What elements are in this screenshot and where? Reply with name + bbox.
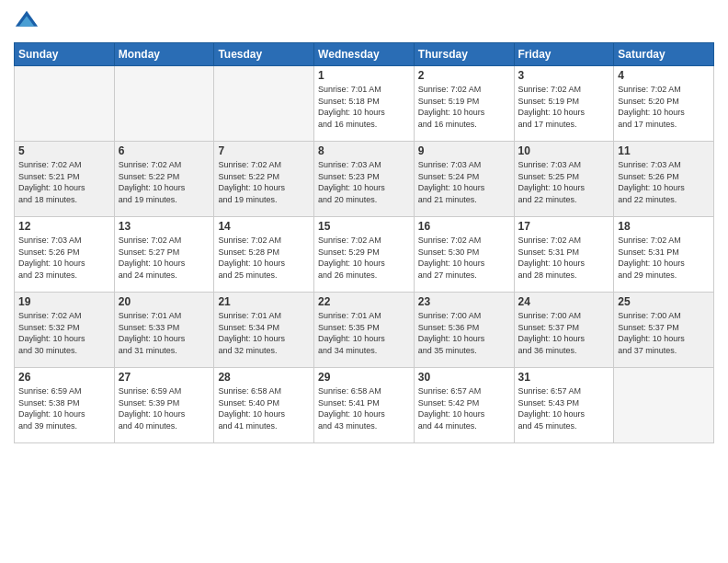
calendar-cell: 22Sunrise: 7:01 AM Sunset: 5:35 PM Dayli… <box>314 293 415 368</box>
day-number: 2 <box>418 69 510 82</box>
day-number: 31 <box>518 371 610 384</box>
day-info: Sunrise: 7:03 AM Sunset: 5:26 PM Dayligh… <box>18 235 110 281</box>
calendar-cell: 13Sunrise: 7:02 AM Sunset: 5:27 PM Dayli… <box>114 217 214 293</box>
day-info: Sunrise: 7:03 AM Sunset: 5:26 PM Dayligh… <box>618 159 710 205</box>
day-info: Sunrise: 7:02 AM Sunset: 5:31 PM Dayligh… <box>518 235 610 281</box>
day-info: Sunrise: 7:02 AM Sunset: 5:22 PM Dayligh… <box>119 159 210 205</box>
day-number: 19 <box>18 295 110 308</box>
day-info: Sunrise: 7:02 AM Sunset: 5:19 PM Dayligh… <box>518 84 610 130</box>
calendar-cell: 26Sunrise: 6:59 AM Sunset: 5:38 PM Dayli… <box>15 368 115 443</box>
weekday-header-friday: Friday <box>514 43 614 66</box>
calendar-cell: 4Sunrise: 7:02 AM Sunset: 5:20 PM Daylig… <box>614 66 714 142</box>
weekday-header-sunday: Sunday <box>15 43 115 66</box>
day-number: 1 <box>318 69 410 82</box>
calendar-cell: 23Sunrise: 7:00 AM Sunset: 5:36 PM Dayli… <box>414 293 514 368</box>
day-info: Sunrise: 7:02 AM Sunset: 5:19 PM Dayligh… <box>418 84 510 130</box>
day-info: Sunrise: 7:02 AM Sunset: 5:20 PM Dayligh… <box>618 84 710 130</box>
weekday-header-saturday: Saturday <box>614 43 714 66</box>
day-info: Sunrise: 7:00 AM Sunset: 5:37 PM Dayligh… <box>518 310 610 356</box>
day-number: 16 <box>418 220 510 233</box>
calendar-week-2: 5Sunrise: 7:02 AM Sunset: 5:21 PM Daylig… <box>15 142 714 217</box>
calendar-cell <box>114 66 214 142</box>
calendar-week-1: 1Sunrise: 7:01 AM Sunset: 5:18 PM Daylig… <box>15 66 714 142</box>
weekday-header-monday: Monday <box>114 43 214 66</box>
calendar-cell <box>214 66 314 142</box>
calendar-cell <box>614 368 714 443</box>
calendar-cell: 5Sunrise: 7:02 AM Sunset: 5:21 PM Daylig… <box>15 142 115 217</box>
day-number: 21 <box>218 295 310 308</box>
logo <box>14 9 43 35</box>
calendar-week-5: 26Sunrise: 6:59 AM Sunset: 5:38 PM Dayli… <box>15 368 714 443</box>
day-info: Sunrise: 7:02 AM Sunset: 5:22 PM Dayligh… <box>218 159 310 205</box>
calendar-cell: 15Sunrise: 7:02 AM Sunset: 5:29 PM Dayli… <box>314 217 415 293</box>
calendar-page: SundayMondayTuesdayWednesdayThursdayFrid… <box>0 0 728 563</box>
day-info: Sunrise: 6:58 AM Sunset: 5:40 PM Dayligh… <box>218 385 310 431</box>
day-info: Sunrise: 7:00 AM Sunset: 5:36 PM Dayligh… <box>418 310 510 356</box>
calendar-cell: 2Sunrise: 7:02 AM Sunset: 5:19 PM Daylig… <box>414 66 514 142</box>
calendar-cell: 10Sunrise: 7:03 AM Sunset: 5:25 PM Dayli… <box>514 142 614 217</box>
day-number: 13 <box>119 220 210 233</box>
day-number: 22 <box>318 295 410 308</box>
calendar-week-4: 19Sunrise: 7:02 AM Sunset: 5:32 PM Dayli… <box>15 293 714 368</box>
calendar-cell: 27Sunrise: 6:59 AM Sunset: 5:39 PM Dayli… <box>114 368 214 443</box>
day-info: Sunrise: 6:57 AM Sunset: 5:42 PM Dayligh… <box>418 385 510 431</box>
day-number: 17 <box>518 220 610 233</box>
calendar-cell <box>15 66 115 142</box>
calendar-cell: 25Sunrise: 7:00 AM Sunset: 5:37 PM Dayli… <box>614 293 714 368</box>
day-info: Sunrise: 7:02 AM Sunset: 5:30 PM Dayligh… <box>418 235 510 281</box>
day-info: Sunrise: 7:02 AM Sunset: 5:29 PM Dayligh… <box>318 235 410 281</box>
day-number: 10 <box>518 144 610 157</box>
day-info: Sunrise: 7:02 AM Sunset: 5:32 PM Dayligh… <box>18 310 110 356</box>
day-number: 5 <box>18 144 110 157</box>
day-number: 29 <box>318 371 410 384</box>
day-info: Sunrise: 7:03 AM Sunset: 5:23 PM Dayligh… <box>318 159 410 205</box>
day-number: 20 <box>119 295 210 308</box>
calendar-cell: 7Sunrise: 7:02 AM Sunset: 5:22 PM Daylig… <box>214 142 314 217</box>
calendar-cell: 8Sunrise: 7:03 AM Sunset: 5:23 PM Daylig… <box>314 142 415 217</box>
logo-icon <box>14 9 40 35</box>
day-info: Sunrise: 7:01 AM Sunset: 5:34 PM Dayligh… <box>218 310 310 356</box>
calendar-cell: 19Sunrise: 7:02 AM Sunset: 5:32 PM Dayli… <box>15 293 115 368</box>
day-number: 25 <box>618 295 710 308</box>
calendar-cell: 20Sunrise: 7:01 AM Sunset: 5:33 PM Dayli… <box>114 293 214 368</box>
day-number: 15 <box>318 220 410 233</box>
calendar-cell: 6Sunrise: 7:02 AM Sunset: 5:22 PM Daylig… <box>114 142 214 217</box>
day-number: 12 <box>18 220 110 233</box>
calendar-cell: 12Sunrise: 7:03 AM Sunset: 5:26 PM Dayli… <box>15 217 115 293</box>
day-number: 8 <box>318 144 410 157</box>
day-number: 14 <box>218 220 310 233</box>
calendar-cell: 31Sunrise: 6:57 AM Sunset: 5:43 PM Dayli… <box>514 368 614 443</box>
day-info: Sunrise: 6:59 AM Sunset: 5:39 PM Dayligh… <box>119 385 210 431</box>
calendar-cell: 9Sunrise: 7:03 AM Sunset: 5:24 PM Daylig… <box>414 142 514 217</box>
calendar-cell: 14Sunrise: 7:02 AM Sunset: 5:28 PM Dayli… <box>214 217 314 293</box>
day-info: Sunrise: 7:01 AM Sunset: 5:18 PM Dayligh… <box>318 84 410 130</box>
calendar-cell: 3Sunrise: 7:02 AM Sunset: 5:19 PM Daylig… <box>514 66 614 142</box>
day-number: 18 <box>618 220 710 233</box>
day-number: 28 <box>218 371 310 384</box>
weekday-header-row: SundayMondayTuesdayWednesdayThursdayFrid… <box>15 43 714 66</box>
day-info: Sunrise: 6:57 AM Sunset: 5:43 PM Dayligh… <box>518 385 610 431</box>
day-info: Sunrise: 7:03 AM Sunset: 5:24 PM Dayligh… <box>418 159 510 205</box>
day-info: Sunrise: 7:03 AM Sunset: 5:25 PM Dayligh… <box>518 159 610 205</box>
day-info: Sunrise: 7:02 AM Sunset: 5:27 PM Dayligh… <box>119 235 210 281</box>
header <box>14 9 714 35</box>
calendar-cell: 29Sunrise: 6:58 AM Sunset: 5:41 PM Dayli… <box>314 368 415 443</box>
calendar-cell: 11Sunrise: 7:03 AM Sunset: 5:26 PM Dayli… <box>614 142 714 217</box>
day-info: Sunrise: 7:02 AM Sunset: 5:31 PM Dayligh… <box>618 235 710 281</box>
day-info: Sunrise: 6:59 AM Sunset: 5:38 PM Dayligh… <box>18 385 110 431</box>
day-number: 7 <box>218 144 310 157</box>
calendar-cell: 28Sunrise: 6:58 AM Sunset: 5:40 PM Dayli… <box>214 368 314 443</box>
day-number: 6 <box>119 144 210 157</box>
day-info: Sunrise: 7:02 AM Sunset: 5:28 PM Dayligh… <box>218 235 310 281</box>
day-number: 11 <box>618 144 710 157</box>
calendar-table: SundayMondayTuesdayWednesdayThursdayFrid… <box>14 42 714 443</box>
calendar-cell: 21Sunrise: 7:01 AM Sunset: 5:34 PM Dayli… <box>214 293 314 368</box>
weekday-header-wednesday: Wednesday <box>314 43 415 66</box>
calendar-cell: 16Sunrise: 7:02 AM Sunset: 5:30 PM Dayli… <box>414 217 514 293</box>
day-number: 26 <box>18 371 110 384</box>
day-number: 30 <box>418 371 510 384</box>
day-number: 23 <box>418 295 510 308</box>
day-info: Sunrise: 7:02 AM Sunset: 5:21 PM Dayligh… <box>18 159 110 205</box>
calendar-cell: 17Sunrise: 7:02 AM Sunset: 5:31 PM Dayli… <box>514 217 614 293</box>
calendar-cell: 1Sunrise: 7:01 AM Sunset: 5:18 PM Daylig… <box>314 66 415 142</box>
